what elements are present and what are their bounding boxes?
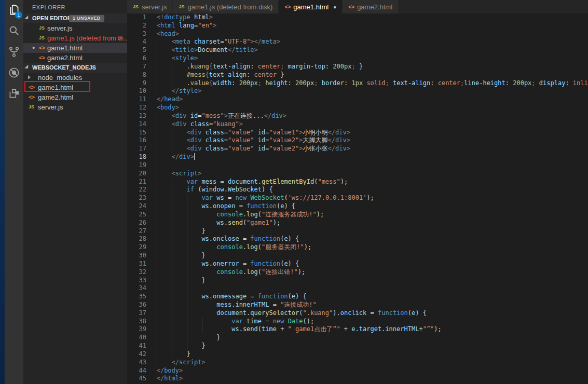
line-number: 25 — [127, 211, 146, 219]
code-line-26[interactable]: 26 ws.send("game1"); — [127, 219, 588, 227]
code-line-21[interactable]: 21 var mess = document.getElementById("m… — [127, 178, 588, 186]
chevron-expanded-icon — [24, 16, 30, 21]
code-line-41[interactable]: 41 } — [127, 342, 588, 350]
line-number: 42 — [127, 350, 146, 359]
line-number: 35 — [127, 293, 146, 301]
editor-area: JSserver.jsJSgame1.js (deleted from disk… — [127, 0, 588, 384]
code-line-1[interactable]: 1<!doctype html> — [127, 13, 588, 22]
line-number: 21 — [127, 178, 146, 186]
code-line-18[interactable]: 18 </div> — [127, 153, 588, 161]
line-number: 10 — [127, 87, 146, 95]
open-editors-list: JSserver.jsJSgame1.js (deleted from d...… — [23, 23, 127, 63]
code-line-45[interactable]: 45</html> — [127, 375, 588, 383]
window-edge — [0, 0, 5, 384]
tree-item-game1-html[interactable]: <>game1.html — [23, 83, 127, 92]
line-number: 7 — [127, 63, 146, 71]
code-line-7[interactable]: 7 .kuang{text-align: center; margin-top:… — [127, 63, 588, 71]
code-line-11[interactable]: 11</head> — [127, 95, 588, 104]
code-line-19[interactable]: 19 — [127, 161, 588, 170]
js-file-icon: JS — [39, 33, 45, 43]
line-number: 43 — [127, 359, 146, 367]
line-number: 16 — [127, 136, 146, 145]
code-line-33[interactable]: 33 } — [127, 277, 588, 285]
code-line-14[interactable]: 14 <div class="kuang"> — [127, 120, 588, 129]
line-number: 29 — [127, 243, 146, 252]
code-line-27[interactable]: 27 } — [127, 227, 588, 236]
code-line-23[interactable]: 23 var ws = new WebSocket('ws://127.0.0.… — [127, 194, 588, 202]
code-line-9[interactable]: 9 .value{width: 200px; height: 200px; bo… — [127, 79, 588, 88]
tree-item-node-modules[interactable]: node_modules — [23, 73, 127, 83]
code-line-38[interactable]: 38 var time = new Date(); — [127, 318, 588, 326]
line-number: 13 — [127, 112, 146, 120]
code-line-24[interactable]: 24 ws.onopen = function(e) { — [127, 202, 588, 211]
open-editor-item-server-js[interactable]: JSserver.js — [23, 23, 127, 33]
line-number: 30 — [127, 252, 146, 260]
code-line-17[interactable]: 17 <div class="value" id="value2">小张小张</… — [127, 145, 588, 153]
line-number: 39 — [127, 325, 146, 334]
code-line-31[interactable]: 31 ws.onerror = function(e) { — [127, 260, 588, 268]
line-number: 19 — [127, 161, 146, 170]
html-file-icon: <> — [29, 92, 34, 102]
line-number: 41 — [127, 342, 146, 350]
tab-game1-html[interactable]: <>game1.html● — [279, 0, 342, 13]
code-line-3[interactable]: 3<head> — [127, 30, 588, 38]
code-line-36[interactable]: 36 mess.innerHTML = "连接成功!" — [127, 301, 588, 309]
explorer-icon[interactable]: 1 — [5, 0, 23, 21]
code-line-5[interactable]: 5 <title>Document</title> — [127, 46, 588, 54]
code-line-37[interactable]: 37 document.querySelector(".kuang").oncl… — [127, 309, 588, 318]
line-number: 15 — [127, 129, 146, 137]
code-line-15[interactable]: 15 <div class="value" id="value1">小明小明</… — [127, 129, 588, 137]
js-file-icon: JS — [39, 23, 45, 33]
code-line-25[interactable]: 25 console.log("连接服务器成功!"); — [127, 211, 588, 219]
open-editor-item-game1-html[interactable]: ●<>game1.html — [23, 43, 127, 53]
line-number: 14 — [127, 120, 146, 129]
code-line-30[interactable]: 30 } — [127, 252, 588, 260]
code-line-8[interactable]: 8 #mess{text-align: center } — [127, 71, 588, 79]
line-number: 28 — [127, 235, 146, 243]
open-editor-item-game1-js-deleted-from-d-[interactable]: JSgame1.js (deleted from d...9+ — [23, 33, 127, 43]
code-line-34[interactable]: 34 — [127, 284, 588, 293]
code-line-42[interactable]: 42 } — [127, 350, 588, 359]
code-line-44[interactable]: 44</body> — [127, 367, 588, 375]
code-editor[interactable]: 1<!doctype html>2<html lang="en">3<head>… — [127, 13, 588, 383]
code-line-35[interactable]: 35 ws.onmessage = function(e) { — [127, 293, 588, 301]
code-line-6[interactable]: 6 <style> — [127, 54, 588, 63]
code-line-20[interactable]: 20 <script> — [127, 170, 588, 178]
open-editors-section-header[interactable]: OPEN EDITORS 1 UNSAVED — [23, 13, 127, 23]
line-number: 31 — [127, 260, 146, 268]
code-line-32[interactable]: 32 console.log("连接出错!"); — [127, 268, 588, 277]
debug-icon[interactable] — [5, 62, 23, 83]
line-number: 45 — [127, 375, 146, 383]
line-number: 3 — [127, 30, 146, 38]
code-line-10[interactable]: 10 </style> — [127, 87, 588, 95]
code-line-22[interactable]: 22 if (window.WebSocket) { — [127, 186, 588, 194]
code-line-13[interactable]: 13 <div id="mess">正在连接...</div> — [127, 112, 588, 120]
line-number: 12 — [127, 104, 146, 112]
code-line-16[interactable]: 16 <div class="value" id="value2">大脚大脚</… — [127, 136, 588, 145]
code-line-28[interactable]: 28 ws.onclose = function(e) { — [127, 235, 588, 243]
open-editor-item-game2-html[interactable]: <>game2.html — [23, 53, 127, 63]
folder-section-header[interactable]: WEBSOCKET_NODEJS — [23, 63, 127, 73]
line-number: 32 — [127, 268, 146, 277]
js-file-icon: JS — [179, 4, 184, 9]
extensions-icon[interactable] — [5, 83, 23, 104]
code-line-39[interactable]: 39 ws.send(time + " game1点击了“" + e.targe… — [127, 325, 588, 334]
line-number: 8 — [127, 71, 146, 79]
code-line-43[interactable]: 43 </script> — [127, 359, 588, 367]
dirty-dot-icon: ● — [333, 4, 336, 10]
tab-game2-html[interactable]: <>game2.html — [343, 0, 398, 13]
line-number: 36 — [127, 301, 146, 309]
tree-item-server-js[interactable]: JSserver.js — [23, 102, 127, 112]
source-control-icon[interactable] — [5, 42, 23, 62]
tab-server-js[interactable]: JSserver.js — [127, 0, 172, 13]
chevron-expanded-icon — [24, 65, 30, 71]
code-line-40[interactable]: 40 } — [127, 334, 588, 342]
code-line-29[interactable]: 29 console.log("服务器关闭!"); — [127, 243, 588, 252]
tab-game1-js-deleted-from-disk-[interactable]: JSgame1.js (deleted from disk) — [173, 0, 278, 13]
code-line-4[interactable]: 4 <meta charset="UTF-8"></meta> — [127, 38, 588, 46]
code-line-2[interactable]: 2<html lang="en"> — [127, 22, 588, 30]
tree-item-game2-html[interactable]: <>game2.html — [23, 92, 127, 102]
search-icon[interactable] — [5, 21, 23, 42]
line-number: 2 — [127, 22, 146, 30]
code-line-12[interactable]: 12<body> — [127, 104, 588, 112]
